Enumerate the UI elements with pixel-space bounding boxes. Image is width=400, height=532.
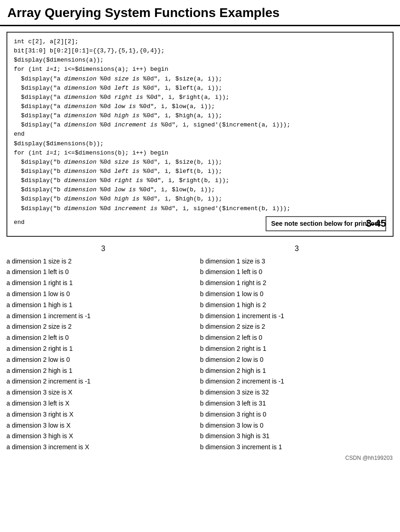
- output-row: b dimension 3 increment is 1: [200, 442, 394, 453]
- output-row: a dimension 2 right is 1: [6, 343, 200, 355]
- code-line-16: $display("b dimension %0d right is %0d",…: [14, 176, 386, 185]
- col-b-header: 3: [200, 242, 394, 255]
- code-line-18: $display("b dimension %0d high is %0d", …: [14, 194, 386, 204]
- code-line-19: $display("b dimension %0d increment is %…: [14, 204, 386, 213]
- output-row: a dimension 3 right is X: [6, 409, 200, 420]
- output-row: b dimension 1 right is 2: [200, 278, 394, 289]
- output-row: b dimension 1 left is 0: [200, 267, 394, 278]
- code-line-8: $display("a dimension %0d low is %0d", i…: [14, 102, 386, 111]
- output-row: a dimension 1 size is 2: [6, 256, 200, 267]
- output-row: a dimension 1 increment is -1: [6, 311, 200, 322]
- output-row: a dimension 2 low is 0: [6, 355, 200, 366]
- output-row: b dimension 2 increment is -1: [200, 376, 394, 387]
- code-line-14: $display("b dimension %0d size is %0d", …: [14, 158, 386, 167]
- output-row: a dimension 3 size is X: [6, 387, 200, 398]
- code-line-5: $display("a dimension %0d size is %0d", …: [14, 74, 386, 84]
- footer-label: CSDN @hh199203: [0, 453, 400, 463]
- output-row: b dimension 2 left is 0: [200, 332, 394, 343]
- output-row: a dimension 1 low is 0: [6, 289, 200, 300]
- output-row: b dimension 3 right is 0: [200, 409, 394, 420]
- output-row: b dimension 1 low is 0: [200, 289, 394, 300]
- output-row: b dimension 2 right is 1: [200, 343, 394, 355]
- output-row: a dimension 3 low is X: [6, 420, 200, 431]
- output-row: b dimension 1 high is 2: [200, 300, 394, 311]
- code-line-13: for (int i=1; i<=$dimensions(b); i++) be…: [14, 149, 386, 158]
- output-row: a dimension 3 increment is X: [6, 442, 200, 453]
- code-line-11: end: [14, 130, 386, 139]
- output-row: a dimension 2 high is 1: [6, 366, 200, 377]
- code-line-17: $display("b dimension %0d low is %0d", i…: [14, 185, 386, 194]
- output-col-a: 3 a dimension 1 size is 2a dimension 1 l…: [6, 242, 200, 453]
- output-section: 3 a dimension 1 size is 2a dimension 1 l…: [0, 242, 400, 453]
- code-line-3: $display($dimensions(a));: [14, 56, 386, 65]
- output-row: a dimension 1 right is 1: [6, 278, 200, 289]
- code-line-20: end: [14, 218, 24, 227]
- output-row: b dimension 3 low is 0: [200, 420, 394, 431]
- output-row: a dimension 3 high is X: [6, 431, 200, 442]
- col-b-rows: b dimension 1 size is 3b dimension 1 lef…: [200, 256, 394, 453]
- output-row: b dimension 1 increment is -1: [200, 311, 394, 322]
- code-line-12: $display($dimensions(b));: [14, 139, 386, 149]
- code-line-6: $display("a dimension %0d left is %0d", …: [14, 84, 386, 93]
- output-row: a dimension 3 left is X: [6, 398, 200, 409]
- output-row: b dimension 3 high is 31: [200, 431, 394, 442]
- code-line-2: bit[31:0] b[0:2][0:1]={{3,7},{5,1},{0,4}…: [14, 46, 386, 56]
- output-row: a dimension 1 left is 0: [6, 267, 200, 278]
- code-line-15: $display("b dimension %0d left is %0d", …: [14, 167, 386, 176]
- code-line-4: for (int i=1; i<=$dimensions(a); i++) be…: [14, 65, 386, 74]
- code-line-10: $display("a dimension %0d increment is %…: [14, 120, 386, 130]
- output-row: a dimension 1 high is 1: [6, 300, 200, 311]
- output-row: a dimension 2 left is 0: [6, 332, 200, 343]
- col-a-rows: a dimension 1 size is 2a dimension 1 lef…: [6, 256, 200, 453]
- output-row: a dimension 2 increment is -1: [6, 376, 200, 387]
- output-row: b dimension 1 size is 3: [200, 256, 394, 267]
- output-row: a dimension 2 size is 2: [6, 321, 200, 332]
- output-col-b: 3 b dimension 1 size is 3b dimension 1 l…: [200, 242, 394, 453]
- code-line-7: $display("a dimension %0d right is %0d",…: [14, 93, 386, 102]
- output-row: b dimension 2 size is 2: [200, 321, 394, 332]
- page-title: Array Querying System Functions Examples: [0, 0, 400, 26]
- col-a-header: 3: [6, 242, 200, 255]
- code-line-1: int c[2], a[2][2];: [14, 37, 386, 46]
- output-row: b dimension 2 low is 0: [200, 355, 394, 366]
- code-block: int c[2], a[2][2]; bit[31:0] b[0:2][0:1]…: [6, 32, 394, 237]
- code-line-9: $display("a dimension %0d high is %0d", …: [14, 111, 386, 120]
- output-row: b dimension 2 high is 1: [200, 366, 394, 377]
- output-row: b dimension 3 left is 31: [200, 398, 394, 409]
- output-row: b dimension 3 size is 32: [200, 387, 394, 398]
- page-number: 3-45: [366, 216, 386, 231]
